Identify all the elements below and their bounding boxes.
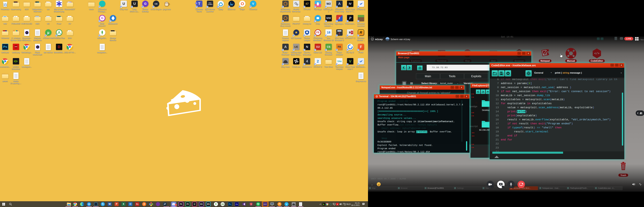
svg-text:</>: </>	[594, 52, 600, 55]
svg-text:S: S	[250, 203, 252, 205]
